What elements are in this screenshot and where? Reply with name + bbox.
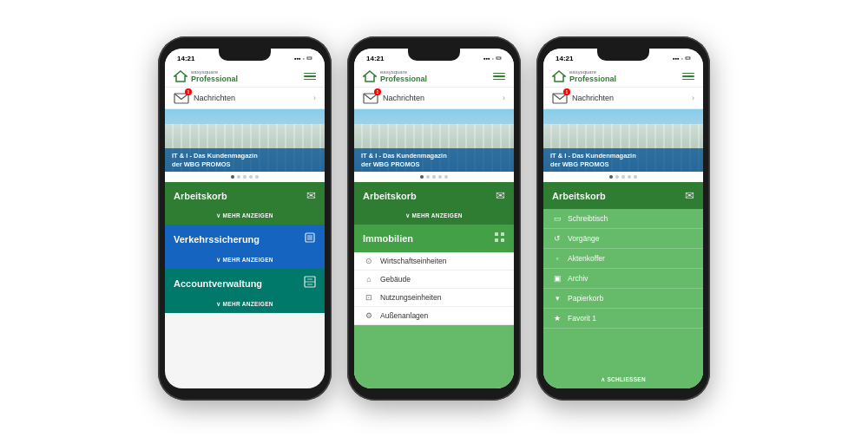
menu-item-vorgaenge[interactable]: ↺ Vorgänge <box>543 229 703 249</box>
logo-big-1: Professional <box>191 75 238 84</box>
nachrichten-bar-3[interactable]: 1 Nachrichten › <box>543 88 703 109</box>
nachrichten-left-2: 1 Nachrichten <box>363 92 424 104</box>
hamburger-line <box>682 73 694 75</box>
immo-icon-2 <box>494 232 505 245</box>
menu-item-archiv[interactable]: ▣ Archiv <box>543 269 703 289</box>
hamburger-line <box>304 79 316 81</box>
immo-item-2[interactable]: ⌂ Gebäude <box>354 271 514 289</box>
favorit-label: Favorit 1 <box>568 314 596 323</box>
mail-badge-3: 1 <box>563 88 570 95</box>
aussen-icon: ⚙ <box>363 311 375 320</box>
account-icon-1 <box>304 276 316 290</box>
vorgaenge-label: Vorgänge <box>568 234 599 243</box>
notch-3 <box>597 49 649 61</box>
logo-home-icon-1 <box>174 69 187 83</box>
nutzung-label: Nutzungseinheiten <box>380 293 441 302</box>
app-logo-1: easysquare Professional <box>174 69 238 83</box>
menu-item-schreibtisch[interactable]: ▭ Schreibtisch <box>543 209 703 229</box>
battery-icon-2: ▭ <box>496 55 502 62</box>
menu-item-aktenkoffer[interactable]: ▫ Aktenkoffer <box>543 249 703 269</box>
notch-2 <box>408 49 460 61</box>
hero-2: IT & I - Das Kundenmagazin der WBG PROMO… <box>354 109 514 172</box>
hamburger-line <box>304 75 316 77</box>
dot-1 <box>231 175 234 179</box>
notch-1 <box>219 49 271 61</box>
content-1: Arbeitskorb ✉ ∨ MEHR ANZEIGEN Verkehrssi… <box>165 182 325 388</box>
hero-caption-line2-3: der WBG PROMOS <box>550 160 696 169</box>
gebaeude-icon: ⌂ <box>363 275 375 284</box>
hamburger-icon-2[interactable] <box>493 73 505 81</box>
dots-1 <box>165 172 325 182</box>
nachrichten-label-3: Nachrichten <box>572 94 614 102</box>
schliessen-bar-3[interactable]: ∧ SCHLIESSEN <box>543 373 703 388</box>
dot-5 <box>255 175 259 179</box>
hamburger-icon-3[interactable] <box>682 73 694 81</box>
svg-rect-15 <box>501 238 504 242</box>
dot-3 <box>243 175 247 179</box>
status-icons-1: ▪▪▪ ◦ ▭ <box>294 55 312 62</box>
nachrichten-bar-2[interactable]: 1 Nachrichten › <box>354 88 514 109</box>
immo-item-3[interactable]: ⊡ Nutzungseinheiten <box>354 289 514 307</box>
arbeitskorb-mehr-2[interactable]: ∨ MEHR ANZEIGEN <box>354 209 514 225</box>
dot-4 <box>438 175 442 179</box>
arbeitskorb-icon-2: ✉ <box>496 189 505 202</box>
immo-item-1[interactable]: ⊙ Wirtschaftseinheiten <box>354 252 514 271</box>
dot-1 <box>420 175 424 179</box>
hamburger-icon-1[interactable] <box>304 73 316 81</box>
hero-caption-line1-1: IT & I - Das Kundenmagazin <box>172 152 318 160</box>
aussen-label: Außenanlagen <box>380 311 428 320</box>
account-mehr-1[interactable]: ∨ MEHR ANZEIGEN <box>165 297 325 313</box>
nachrichten-label-2: Nachrichten <box>383 94 424 102</box>
dots-2 <box>354 172 514 182</box>
hamburger-line <box>682 75 694 77</box>
account-title-1: Accountverwaltung <box>174 278 262 289</box>
menu-item-papierkorb[interactable]: ▾ Papierkorb <box>543 289 703 309</box>
svg-rect-14 <box>495 238 498 242</box>
hero-caption-line1-3: IT & I - Das Kundenmagazin <box>550 152 696 160</box>
verkehr-mehr-1[interactable]: ∨ MEHR ANZEIGEN <box>165 253 325 269</box>
hamburger-line <box>304 73 316 75</box>
immobilien-section-2: Immobilien <box>354 225 514 388</box>
nachrichten-bar-1[interactable]: 1 Nachrichten › <box>165 88 325 109</box>
nachrichten-left-3: 1 Nachrichten <box>552 92 614 104</box>
mail-icon-1: 1 <box>174 92 189 104</box>
dot-2 <box>426 175 430 179</box>
logo-text-2: easysquare Professional <box>380 69 427 83</box>
menu-list-3: ▭ Schreibtisch ↺ Vorgänge ▫ Aktenkoffer <box>543 209 703 373</box>
dot-2 <box>237 175 240 179</box>
hero-caption-line1-2: IT & I - Das Kundenmagazin <box>361 152 507 160</box>
phone-1: 14:21 ▪▪▪ ◦ ▭ easysquare <box>158 36 332 401</box>
dot-4 <box>249 175 253 179</box>
logo-text-3: easysquare Professional <box>569 69 616 83</box>
dot-1 <box>609 175 613 179</box>
logo-text-1: easysquare Professional <box>191 69 238 83</box>
hero-caption-line2-1: der WBG PROMOS <box>172 160 318 169</box>
status-time-1: 14:21 <box>177 55 194 62</box>
immo-item-4[interactable]: ⚙ Außenanlagen <box>354 307 514 325</box>
phone-2: 14:21 ▪▪▪ ◦ ▭ easysquare <box>347 36 521 401</box>
hamburger-line <box>682 79 694 81</box>
aktenkoffer-icon: ▫ <box>552 254 562 263</box>
favorit-icon: ★ <box>552 314 562 323</box>
status-time-3: 14:21 <box>556 55 573 62</box>
hamburger-line <box>493 73 505 75</box>
logo-home-icon-2 <box>363 69 377 83</box>
svg-marker-0 <box>174 71 187 82</box>
svg-marker-16 <box>553 71 565 82</box>
gebaeude-label: Gebäude <box>380 275 411 284</box>
schreibtisch-label: Schreibtisch <box>568 214 608 223</box>
menu-item-favorit1[interactable]: ★ Favorit 1 <box>543 309 703 329</box>
nutzung-icon: ⊡ <box>363 293 375 302</box>
mail-icon-2: 1 <box>363 92 378 104</box>
dot-4 <box>628 175 631 179</box>
battery-icon-3: ▭ <box>685 55 691 62</box>
status-icons-2: ▪▪▪ ◦ ▭ <box>483 55 502 62</box>
arbeitskorb-title-1: Arbeitskorb <box>174 191 227 201</box>
arbeitskorb-mehr-1[interactable]: ∨ MEHR ANZEIGEN <box>165 209 325 225</box>
hero-1: IT & I - Das Kundenmagazin der WBG PROMO… <box>165 109 325 172</box>
hero-caption-1: IT & I - Das Kundenmagazin der WBG PROMO… <box>165 148 325 173</box>
svg-marker-10 <box>364 71 376 82</box>
schreibtisch-icon: ▭ <box>552 214 562 223</box>
content-2: Arbeitskorb ✉ ∨ MEHR ANZEIGEN Immobilien <box>354 182 514 388</box>
hamburger-line <box>493 79 505 81</box>
